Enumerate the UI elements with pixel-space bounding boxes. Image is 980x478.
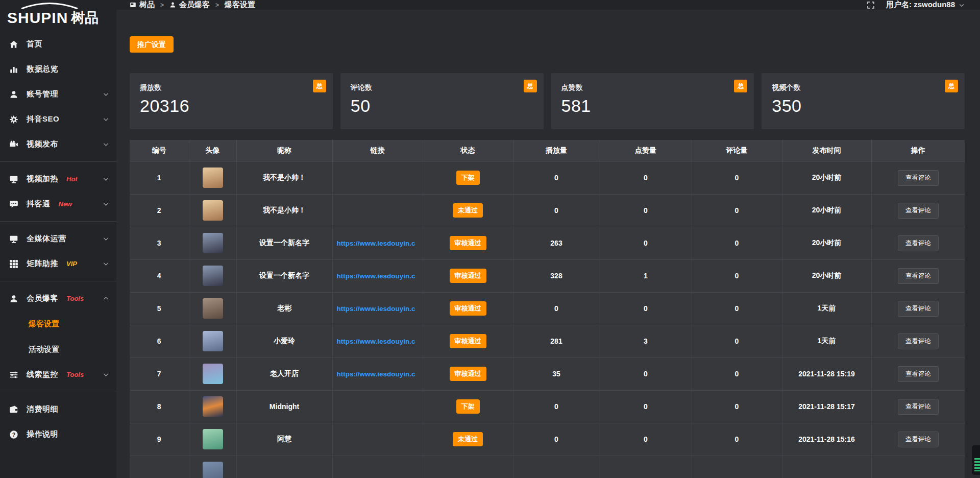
cell-link: https://www.iesdouyin.c xyxy=(332,357,423,390)
sidebar-item-tag: VIP xyxy=(66,260,77,268)
question-icon: ? xyxy=(9,430,18,439)
cell-id: 4 xyxy=(130,259,189,292)
cell-id: 2 xyxy=(130,194,189,227)
stat-value: 20316 xyxy=(140,96,333,116)
fullscreen-icon[interactable] xyxy=(867,1,875,9)
sidebar-item-矩阵助推[interactable]: 矩阵助推VIP xyxy=(0,251,116,276)
breadcrumb-item-会员爆客[interactable]: 会员爆客 xyxy=(169,0,210,10)
view-comments-button[interactable]: 查看评论 xyxy=(898,235,939,251)
home-icon xyxy=(9,40,18,49)
cell-time: 20小时前 xyxy=(782,161,871,194)
video-link[interactable]: https://www.iesdouyin.c xyxy=(333,305,423,313)
promo-settings-button[interactable]: 推广设置 xyxy=(130,36,174,53)
cell-action xyxy=(871,456,965,478)
table-row: 1我不是小帅！下架00020小时前查看评论 xyxy=(130,161,965,194)
breadcrumb-item-树品[interactable]: 树品 xyxy=(130,0,155,10)
logo-text-en: SHUPIN xyxy=(7,10,68,26)
video-link[interactable]: https://www.iesdouyin.c xyxy=(333,240,423,247)
view-comments-button[interactable]: 查看评论 xyxy=(898,333,939,349)
cell-plays: 0 xyxy=(513,423,600,456)
stat-value: 581 xyxy=(561,96,754,116)
floating-widget[interactable] xyxy=(972,445,980,475)
sidebar-item-账号管理[interactable]: 账号管理 xyxy=(0,82,116,107)
sidebar-item-视频发布[interactable]: 视频发布 xyxy=(0,132,116,157)
cell-plays: 328 xyxy=(513,259,600,292)
cell-link xyxy=(332,456,423,478)
bar-chart-icon xyxy=(9,65,18,74)
status-badge: 审核通过 xyxy=(450,301,486,316)
sidebar-item-首页[interactable]: 首页 xyxy=(0,32,116,57)
sidebar-item-全媒体运营[interactable]: 全媒体运营 xyxy=(0,226,116,251)
view-comments-button[interactable]: 查看评论 xyxy=(898,268,939,284)
cell-avatar xyxy=(189,227,236,259)
cell-avatar xyxy=(189,325,236,357)
view-comments-button[interactable]: 查看评论 xyxy=(898,170,939,186)
cell-action: 查看评论 xyxy=(871,325,965,357)
avatar xyxy=(203,364,223,384)
cell-plays: 0 xyxy=(513,194,600,227)
logo-text-cn: 树品 xyxy=(71,11,99,25)
grid-icon xyxy=(9,259,18,269)
sidebar-subitem-爆客设置[interactable]: 爆客设置 xyxy=(0,311,116,337)
sidebar-item-label: 账号管理 xyxy=(27,89,58,99)
sidebar-item-label: 矩阵助推 xyxy=(27,259,58,269)
sidebar-item-抖音SEO[interactable]: 抖音SEO xyxy=(0,107,116,132)
chevron-down-icon xyxy=(103,201,109,207)
view-comments-button[interactable]: 查看评论 xyxy=(898,366,939,382)
sidebar-divider xyxy=(0,392,116,392)
view-comments-button[interactable]: 查看评论 xyxy=(898,203,939,219)
video-link[interactable]: https://www.iesdouyin.c xyxy=(333,338,423,345)
avatar xyxy=(203,233,223,253)
cell-avatar xyxy=(189,456,236,478)
cell-action: 查看评论 xyxy=(871,161,965,194)
sidebar-item-label: 抖客通 xyxy=(27,199,51,209)
sidebar-item-tag: Hot xyxy=(66,175,78,183)
cell-link xyxy=(332,390,423,423)
column-header-头像: 头像 xyxy=(189,140,236,161)
sidebar-item-消费明细[interactable]: 消费明细 xyxy=(0,397,116,422)
cell-id: 7 xyxy=(130,357,189,390)
video-link[interactable]: https://www.iesdouyin.c xyxy=(333,272,423,280)
cell-action: 查看评论 xyxy=(871,390,965,423)
cell-likes: 3 xyxy=(600,325,692,357)
stat-card-视频个数: 视频个数350总 xyxy=(762,73,965,129)
sidebar-item-抖客通[interactable]: 抖客通New xyxy=(0,192,116,217)
cell-avatar xyxy=(189,194,236,227)
view-comments-button[interactable]: 查看评论 xyxy=(898,301,939,317)
chat-icon xyxy=(9,200,18,209)
sidebar-item-操作说明[interactable]: ?操作说明 xyxy=(0,422,116,447)
cell-time: 20小时前 xyxy=(782,194,871,227)
cell-link: https://www.iesdouyin.c xyxy=(332,259,423,292)
cell-avatar xyxy=(189,292,236,325)
cell-link xyxy=(332,423,423,456)
breadcrumb-item-爆客设置: 爆客设置 xyxy=(225,0,255,10)
sidebar-item-视频加热[interactable]: 视频加热Hot xyxy=(0,166,116,192)
table-row: 8Midnight下架0002021-11-28 15:17查看评论 xyxy=(130,390,965,423)
stats-row: 播放数20316总评论数50总点赞数581总视频个数350总 xyxy=(130,73,965,129)
avatar xyxy=(203,168,223,188)
cell-status: 未通过 xyxy=(423,423,513,456)
sidebar-item-label: 会员爆客 xyxy=(27,294,58,303)
sidebar-item-数据总览[interactable]: 数据总览 xyxy=(0,57,116,82)
fullscreen-icon xyxy=(867,1,875,9)
sidebar-item-线索监控[interactable]: 线索监控Tools xyxy=(0,362,116,387)
sidebar-item-会员爆客[interactable]: 会员爆客Tools xyxy=(0,286,116,311)
cell-likes: 0 xyxy=(600,357,692,390)
table-row: 5老彬https://www.iesdouyin.c审核通过0001天前查看评论 xyxy=(130,292,965,325)
cell-comments: 0 xyxy=(692,325,782,357)
view-comments-button[interactable]: 查看评论 xyxy=(898,399,939,415)
cell-status: 审核通过 xyxy=(423,325,513,357)
cell-comments: 0 xyxy=(692,357,782,390)
video-link[interactable]: https://www.iesdouyin.c xyxy=(333,370,423,378)
user-menu[interactable]: 用户名: zswodun88 xyxy=(886,0,965,10)
cell-comments: 0 xyxy=(692,390,782,423)
cell-action: 查看评论 xyxy=(871,259,965,292)
cell-nickname: 老彬 xyxy=(236,292,332,325)
cell-likes: 0 xyxy=(600,292,692,325)
chevron-down-icon xyxy=(103,91,109,98)
sidebar-subitem-活动设置[interactable]: 活动设置 xyxy=(0,337,116,362)
cell-status: 审核通过 xyxy=(423,292,513,325)
stat-value: 350 xyxy=(772,96,965,116)
view-comments-button[interactable]: 查看评论 xyxy=(898,432,939,447)
chevron-down-icon xyxy=(103,116,109,123)
